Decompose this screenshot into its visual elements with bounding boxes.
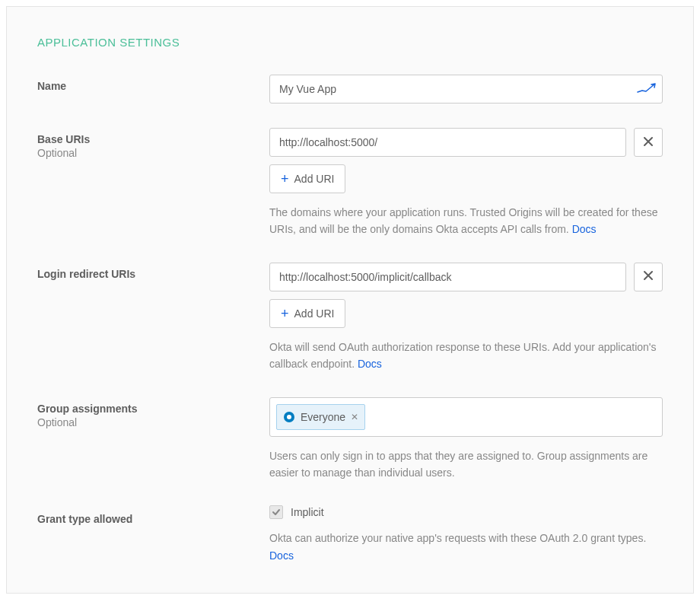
group-assignments-sublabel: Optional <box>37 416 269 428</box>
row-base-uris: Base URIs Optional + Add URI The domains… <box>37 128 663 238</box>
base-uris-help: The domains where your application runs.… <box>269 204 663 238</box>
base-uri-row <box>269 128 663 157</box>
row-grant-type: Grant type allowed Implicit Okta can aut… <box>37 505 663 564</box>
grant-type-implicit-row: Implicit <box>269 505 663 519</box>
remove-base-uri-button[interactable] <box>634 128 663 157</box>
login-redirect-help: Okta will send OAuth authorization respo… <box>269 339 663 373</box>
group-chip-label: Everyone <box>301 411 345 423</box>
name-input[interactable] <box>269 75 663 103</box>
check-icon <box>272 508 281 517</box>
login-redirect-docs-link[interactable]: Docs <box>358 358 382 370</box>
grant-type-implicit-label: Implicit <box>291 506 324 518</box>
login-redirect-uri-input[interactable] <box>269 263 626 291</box>
application-settings-panel: APPLICATION SETTINGS Name Base URIs Opti… <box>6 6 694 594</box>
login-redirect-uri-row <box>269 263 663 291</box>
login-redirect-label: Login redirect URIs <box>37 268 269 280</box>
remove-login-redirect-uri-button[interactable] <box>634 263 663 291</box>
add-login-redirect-uri-button[interactable]: + Add URI <box>269 299 345 328</box>
group-chip-everyone[interactable]: Everyone ✕ <box>276 404 365 430</box>
grant-type-help: Okta can authorize your native app's req… <box>269 530 663 564</box>
grant-type-implicit-checkbox[interactable] <box>269 505 283 519</box>
row-login-redirect-uris: Login redirect URIs + Add URI Okta will … <box>37 263 663 373</box>
close-icon <box>643 135 654 151</box>
add-login-redirect-uri-label: Add URI <box>294 307 335 320</box>
plus-icon: + <box>281 307 289 320</box>
plus-icon: + <box>281 172 289 186</box>
base-uris-sublabel: Optional <box>37 147 269 159</box>
base-uri-input[interactable] <box>269 128 626 157</box>
grant-type-docs-link[interactable]: Docs <box>269 549 294 562</box>
base-uris-docs-link[interactable]: Docs <box>572 223 597 235</box>
name-label: Name <box>37 80 269 92</box>
group-assignments-input[interactable]: Everyone ✕ <box>269 397 663 437</box>
app-logo-icon <box>637 81 657 97</box>
add-base-uri-button[interactable]: + Add URI <box>269 164 345 193</box>
grant-type-label: Grant type allowed <box>37 513 269 525</box>
group-icon <box>283 411 295 423</box>
group-assignments-help: Users can only sign in to apps that they… <box>269 447 663 482</box>
base-uris-label: Base URIs <box>37 133 269 145</box>
svg-point-1 <box>287 415 291 419</box>
remove-chip-icon[interactable]: ✕ <box>351 412 358 422</box>
row-name: Name <box>37 75 663 103</box>
add-base-uri-label: Add URI <box>294 173 335 185</box>
close-icon <box>643 269 654 285</box>
row-group-assignments: Group assignments Optional Everyone ✕ Us… <box>37 397 663 482</box>
section-title: APPLICATION SETTINGS <box>37 36 663 49</box>
group-assignments-label: Group assignments <box>37 403 269 415</box>
